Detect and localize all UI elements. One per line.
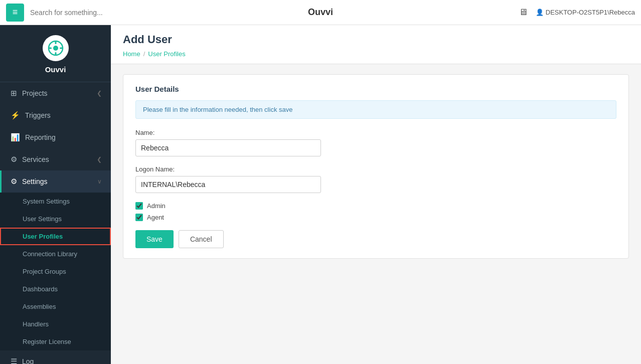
sidebar-item-reporting[interactable]: 📊 Reporting: [0, 126, 111, 148]
logon-field-group: Logon Name:: [135, 165, 616, 193]
sidebar-logo: Ouvvi: [0, 25, 111, 82]
content-area: User Details Please fill in the informat…: [111, 64, 641, 364]
breadcrumb: Home / User Profiles: [123, 50, 629, 64]
agent-label: Agent: [147, 214, 164, 221]
log-icon: ☰: [11, 357, 17, 364]
reporting-icon: 📊: [11, 133, 20, 142]
sidebar-item-project-groups[interactable]: Project Groups: [0, 263, 111, 280]
sidebar-item-settings[interactable]: ⚙ Settings ∨: [0, 170, 111, 193]
admin-label: Admin: [147, 202, 166, 210]
register-license-label: Register License: [23, 338, 71, 345]
save-button[interactable]: Save: [135, 230, 174, 248]
services-chevron: ❮: [97, 156, 102, 163]
projects-label: Projects: [22, 89, 48, 97]
svg-rect-5: [60, 48, 63, 49]
sidebar-item-connection-library[interactable]: Connection Library: [0, 245, 111, 263]
monitor-icon: 🖥: [519, 7, 528, 18]
cancel-button[interactable]: Cancel: [179, 230, 224, 248]
main-content: Add User Home / User Profiles User Detai…: [111, 25, 641, 364]
breadcrumb-separator: /: [143, 50, 145, 58]
user-details-card: User Details Please fill in the informat…: [123, 74, 629, 259]
breadcrumb-home[interactable]: Home: [123, 50, 140, 58]
app-name-header: Ouvvi: [308, 7, 333, 18]
logon-input[interactable]: [135, 176, 321, 193]
svg-rect-3: [55, 52, 56, 55]
system-settings-label: System Settings: [23, 198, 70, 205]
sidebar-nav: ⊞ Projects ❮ ⚡ Triggers 📊 Reporting: [0, 82, 111, 364]
sidebar-item-system-settings[interactable]: System Settings: [0, 193, 111, 210]
agent-checkbox-label[interactable]: Agent: [135, 214, 616, 221]
user-profiles-label: User Profiles: [23, 233, 63, 240]
services-icon: ⚙: [11, 155, 17, 164]
sidebar-item-triggers[interactable]: ⚡ Triggers: [0, 104, 111, 126]
sidebar-app-name: Ouvvi: [45, 65, 66, 74]
page-header: Add User Home / User Profiles: [111, 25, 641, 64]
svg-point-1: [53, 46, 58, 51]
triggers-icon: ⚡: [11, 111, 20, 120]
triggers-label: Triggers: [25, 111, 51, 119]
user-icon: 👤: [536, 9, 544, 16]
sidebar-item-handlers[interactable]: Handlers: [0, 315, 111, 333]
breadcrumb-current: User Profiles: [148, 50, 185, 58]
sidebar-item-user-settings[interactable]: User Settings: [0, 210, 111, 228]
svg-rect-2: [55, 41, 56, 44]
page-title: Add User: [123, 33, 629, 46]
admin-checkbox[interactable]: [135, 202, 143, 210]
settings-label: Settings: [22, 177, 48, 186]
services-label: Services: [22, 155, 49, 163]
sidebar-item-user-profiles[interactable]: User Profiles: [0, 228, 111, 245]
sidebar-item-log[interactable]: ☰ Log: [0, 350, 111, 364]
svg-rect-4: [49, 48, 52, 49]
sidebar-item-assemblies[interactable]: Assemblies: [0, 298, 111, 315]
projects-chevron: ❮: [97, 90, 102, 97]
reporting-label: Reporting: [25, 133, 56, 141]
settings-sub-nav: System Settings User Settings User Profi…: [0, 193, 111, 350]
project-groups-label: Project Groups: [23, 268, 66, 275]
connection-library-label: Connection Library: [23, 250, 77, 258]
header-right: 🖥 👤 DESKTOP-O2ST5P1\Rebecca: [519, 7, 635, 18]
sidebar-item-register-license[interactable]: Register License: [0, 333, 111, 350]
search-input[interactable]: [30, 9, 519, 17]
form-actions: Save Cancel: [135, 230, 616, 248]
settings-icon: ⚙: [11, 177, 17, 186]
handlers-label: Handlers: [23, 320, 49, 328]
info-banner: Please fill in the information needed, t…: [135, 100, 616, 119]
log-label: Log: [22, 357, 34, 364]
sidebar-item-services[interactable]: ⚙ Services ❮: [0, 148, 111, 170]
layout: Ouvvi ⊞ Projects ❮ ⚡ Triggers 📊 Reportin: [0, 25, 641, 364]
sidebar: Ouvvi ⊞ Projects ❮ ⚡ Triggers 📊 Reportin: [0, 25, 111, 364]
assemblies-label: Assemblies: [23, 303, 56, 310]
name-input[interactable]: [135, 139, 321, 156]
admin-checkbox-label[interactable]: Admin: [135, 202, 616, 210]
sidebar-item-projects[interactable]: ⊞ Projects ❮: [0, 82, 111, 104]
logon-label: Logon Name:: [135, 165, 616, 173]
roles-group: Admin Agent: [135, 202, 616, 221]
header-user: 👤 DESKTOP-O2ST5P1\Rebecca: [536, 9, 635, 16]
settings-chevron: ∨: [97, 178, 102, 185]
name-label: Name:: [135, 129, 616, 136]
menu-button[interactable]: ≡: [6, 4, 24, 22]
projects-icon: ⊞: [11, 89, 17, 98]
logo-icon: [43, 35, 69, 61]
dashboards-label: Dashboards: [23, 285, 58, 293]
user-settings-label: User Settings: [23, 215, 62, 223]
name-field-group: Name:: [135, 129, 616, 156]
card-title: User Details: [135, 85, 616, 93]
top-header: ≡ Ouvvi 🖥 👤 DESKTOP-O2ST5P1\Rebecca: [0, 0, 641, 25]
agent-checkbox[interactable]: [135, 214, 143, 221]
sidebar-item-dashboards[interactable]: Dashboards: [0, 280, 111, 298]
